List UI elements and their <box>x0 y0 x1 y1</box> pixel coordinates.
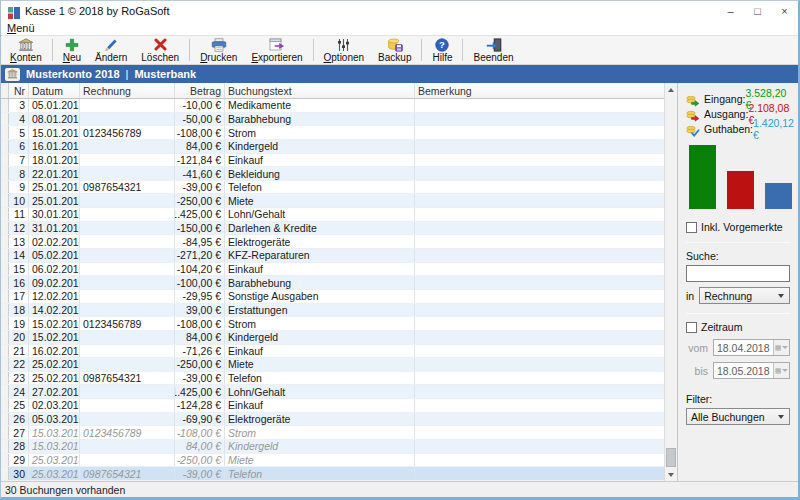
toolbar-button-optionen[interactable]: Optionen <box>317 37 372 63</box>
cell-nr: 11 <box>9 208 29 221</box>
bis-date-field[interactable]: 18.05.2018 ▦ <box>713 362 790 379</box>
title-bar: Kasse 1 © 2018 by RoGaSoft – □ × <box>1 1 798 21</box>
table-row[interactable]: 2116.02.2018-71,26 €Einkauf <box>1 345 664 359</box>
table-row[interactable]: 1609.02.2018-100,00 €Barabhebung <box>1 276 664 290</box>
toolbar-button-neu[interactable]: Neu <box>56 37 88 63</box>
table-row[interactable]: 305.01.2018-10,00 €Medikamente <box>1 99 664 113</box>
cell-betrag: -271,20 € <box>175 249 225 262</box>
status-bar: 30 Buchungen vorhanden <box>1 481 798 497</box>
table-row[interactable]: 1915.02.20180123456789-108,00 €Strom <box>1 317 664 331</box>
table-row[interactable]: 2015.02.201884,00 €Kindergeld <box>1 331 664 345</box>
cell-betrag: -108,00 € <box>175 317 225 330</box>
column-header-buchungstext[interactable]: Buchungstext <box>225 83 415 98</box>
toolbar-separator <box>313 39 314 61</box>
toolbar-button-hilfe[interactable]: ?Hilfe <box>425 37 459 63</box>
table-row[interactable]: 2502.03.2018-124,28 €Einkauf <box>1 399 664 413</box>
table-row[interactable]: 408.01.2018-50,00 €Barabhebung <box>1 113 664 127</box>
table-row[interactable]: 1814.02.201839,00 €Erstattungen <box>1 304 664 318</box>
cell-bemerkung <box>415 426 664 439</box>
toolbar-button-konten[interactable]: Konten <box>3 37 49 63</box>
table-row[interactable]: 1302.02.2018-84,95 €Elektrogeräte <box>1 235 664 249</box>
table-row[interactable]: 718.01.2018-121,84 €Einkauf <box>1 154 664 168</box>
calendar-dropdown-icon[interactable]: ▦ <box>773 340 789 355</box>
column-header-datum[interactable]: Datum <box>29 83 80 98</box>
table-row[interactable]: 822.01.2018-41,60 €Bekleidung <box>1 167 664 181</box>
vertical-scrollbar[interactable] <box>664 83 677 481</box>
scrollbar-thumb[interactable] <box>666 448 676 467</box>
table-row[interactable]: 1506.02.2018-104,20 €Einkauf <box>1 263 664 277</box>
cell-betrag: -250,00 € <box>175 454 225 467</box>
close-button[interactable]: × <box>771 1 798 21</box>
table-row[interactable]: 1405.02.2018-271,20 €KFZ-Reparaturen <box>1 249 664 263</box>
table-row[interactable]: 616.01.201884,00 €Kindergeld <box>1 140 664 154</box>
cell-nr: 16 <box>9 276 29 289</box>
table-row[interactable]: 1130.01.20181.425,00 €Lohn/Gehalt <box>1 208 664 222</box>
maximize-button[interactable]: □ <box>744 1 771 21</box>
row-indicator <box>1 140 9 153</box>
toolbar-button-loeschen[interactable]: Löschen <box>134 37 186 63</box>
cell-nr: 26 <box>9 413 29 426</box>
table-row[interactable]: 1231.01.2018-150,00 €Darlehen & Kredite <box>1 222 664 236</box>
coins-out-icon <box>686 108 701 120</box>
row-indicator <box>1 194 9 207</box>
app-icon <box>8 5 20 17</box>
cell-datum: 15.02.2018 <box>29 317 80 330</box>
cell-rechnung: 0123456789 <box>80 426 175 439</box>
toolbar-button-exportieren[interactable]: Exportieren <box>244 37 309 63</box>
scrollbar-down-icon[interactable] <box>665 468 677 481</box>
balance-bar-chart <box>686 143 790 209</box>
cell-betrag: -41,60 € <box>175 167 225 180</box>
vom-date-field[interactable]: 18.04.2018 ▦ <box>713 339 790 356</box>
table-row[interactable]: 925.01.20180987654321-39,00 €Telefon <box>1 181 664 195</box>
calendar-dropdown-icon[interactable]: ▦ <box>773 363 789 378</box>
table-row[interactable]: 3025.03.20180987654321-39,00 €Telefon <box>1 467 664 481</box>
scrollbar-up-icon[interactable] <box>665 83 677 96</box>
toolbar-button-label: Konten <box>10 52 42 63</box>
table-row[interactable]: 2325.02.20180987654321-39,00 €Telefon <box>1 372 664 386</box>
inkl-vorgemerkte-checkbox[interactable] <box>686 222 697 233</box>
cell-buchungstext: Einkauf <box>225 154 415 167</box>
table-row[interactable]: 2225.02.2018-250,00 €Miete <box>1 358 664 372</box>
cell-datum: 14.02.2018 <box>29 304 80 317</box>
cell-nr: 13 <box>9 235 29 248</box>
cell-datum: 12.02.2018 <box>29 290 80 303</box>
cell-buchungstext: Telefon <box>225 372 415 385</box>
search-in-select[interactable]: Rechnung <box>699 287 790 304</box>
table-row[interactable]: 2605.03.2018-69,90 €Elektrogeräte <box>1 413 664 427</box>
toolbar-button-aendern[interactable]: Ändern <box>88 37 134 63</box>
cell-rechnung <box>80 345 175 358</box>
account-bank-icon <box>5 68 20 81</box>
menu-item-menue[interactable]: Menü <box>7 22 35 34</box>
column-header-nr[interactable]: Nr <box>9 83 29 98</box>
table-row[interactable]: 2925.03.2018-250,00 €Miete <box>1 454 664 468</box>
filter-select[interactable]: Alle Buchungen <box>686 408 790 425</box>
search-in-value: Rechnung <box>704 290 752 302</box>
toolbar-button-backup[interactable]: Backup <box>371 37 418 63</box>
table-row[interactable]: 1712.02.2018-29,95 €Sonstige Ausgaben <box>1 290 664 304</box>
column-header-betrag[interactable]: Betrag <box>175 83 225 98</box>
zeitraum-checkbox[interactable] <box>686 322 697 333</box>
cell-rechnung <box>80 290 175 303</box>
cell-bemerkung <box>415 194 664 207</box>
table-row[interactable]: 2427.02.20181.425,00 €Lohn/Gehalt <box>1 385 664 399</box>
minimize-button[interactable]: – <box>717 1 744 21</box>
table-row[interactable]: 515.01.20180123456789-108,00 €Strom <box>1 126 664 140</box>
cell-nr: 5 <box>9 126 29 139</box>
toolbar-separator <box>52 39 53 61</box>
table-row[interactable]: 1025.01.2018-250,00 €Miete <box>1 194 664 208</box>
toolbar-button-drucken[interactable]: Drucken <box>193 37 244 63</box>
table-row[interactable]: 2715.03.20180123456789-108,00 €Strom <box>1 426 664 440</box>
toolbar-button-beenden[interactable]: Beenden <box>466 37 520 63</box>
table-row[interactable]: 2815.03.201884,00 €Kindergeld <box>1 440 664 454</box>
cell-datum: 15.03.2018 <box>29 440 80 453</box>
toolbar: KontenNeuÄndernLöschenDruckenExportieren… <box>1 36 798 65</box>
backup-icon <box>387 38 403 52</box>
toolbar-button-label: Backup <box>378 52 411 63</box>
cell-nr: 23 <box>9 372 29 385</box>
column-header-rechnung[interactable]: Rechnung <box>80 83 175 98</box>
cell-buchungstext: Miete <box>225 194 415 207</box>
column-header-bemerkung[interactable]: Bemerkung <box>415 83 664 98</box>
cell-datum: 16.01.2018 <box>29 140 80 153</box>
search-input[interactable] <box>686 265 790 282</box>
chart-bar-guthaben <box>765 183 792 209</box>
